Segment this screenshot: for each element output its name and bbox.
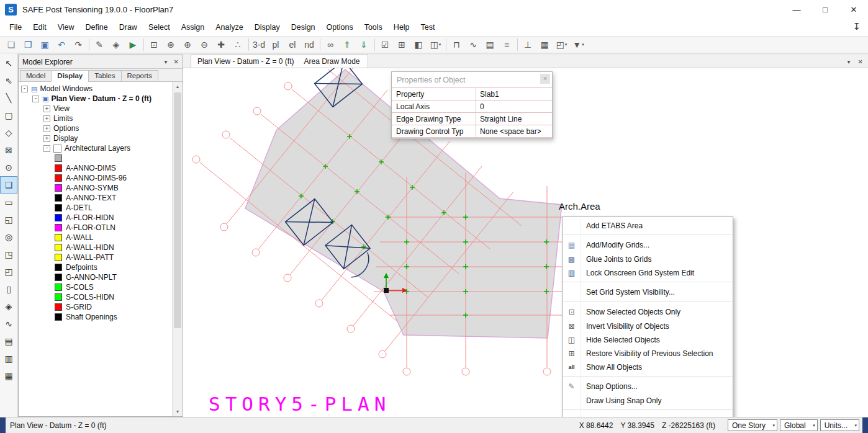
menu-glue-joints-to-grids[interactable]: ▩ Glue Joints to Grids [563,252,733,266]
view-3d-icon[interactable]: 3-d [251,37,268,52]
named-display-icon[interactable]: nd [301,37,318,52]
poly-select-icon[interactable]: ◇ [1,125,17,141]
menu-graphics-preferences[interactable]: ❖ Graphics Preferences... [563,409,733,417]
draw-column-icon[interactable]: ◈ [1,298,17,315]
restore-full-view-icon[interactable]: ⊛ [163,37,179,52]
menu-draw-snap-only[interactable]: Draw Using Snap Only [563,394,733,408]
tree-item[interactable]: A-ANNO-DIMS [19,163,172,173]
tree-expand-icon[interactable]: + [43,115,50,122]
draw-point-icon[interactable]: ⊙ [1,159,17,176]
menu-restore-visibility[interactable]: ⊞ Restore Visibility of Previous Selecti… [563,347,733,360]
pan-icon[interactable]: ✚ [213,37,230,52]
menu-lock-grid-edit[interactable]: ▥ Lock Onscreen Grid System Edit [563,266,733,280]
explorer-scrollbar[interactable]: ▲ ▼ [172,82,183,416]
menu-add-etabs-area[interactable]: Add ETABS Area [563,219,733,233]
layer-color-swatch[interactable] [55,264,62,271]
draw-polyline-icon[interactable]: ⊓ [448,37,465,52]
open-model-icon[interactable]: ❒ [20,37,37,52]
tree-item[interactable]: A-FLOR-OTLN [19,223,172,233]
explorer-tab[interactable]: Tables [88,70,121,81]
menubar-item[interactable]: Select [143,20,176,35]
rubber-band-zoom-icon[interactable]: ⊡ [146,37,163,52]
close-button[interactable]: ✕ [839,0,868,19]
tree-item[interactable] [19,153,172,163]
tree-item[interactable]: G-ANNO-NPLT [19,272,172,282]
tree-expand-icon[interactable]: + [43,125,50,132]
zoom-in-icon[interactable]: ⊕ [179,37,196,52]
tree-item[interactable]: A-ANNO-TEXT [19,193,172,203]
menu-show-all[interactable]: all Show All Objects [563,360,733,374]
tree-item[interactable]: + Display [19,133,172,143]
tree-item[interactable]: S-COLS [19,282,172,292]
popup-close-icon[interactable]: ✕ [540,74,550,84]
layer-color-swatch[interactable] [55,194,62,202]
layer-color-swatch[interactable] [55,174,62,182]
menubar-item[interactable]: Draw [114,20,143,35]
plan-view-icon[interactable]: pl [268,37,284,52]
zoom-out-icon[interactable]: ⊖ [196,37,213,52]
tree-item[interactable]: A-FLOR-HIDN [19,213,172,223]
tree-item[interactable]: A-ANNO-SYMB [19,183,172,193]
draw-pen-icon[interactable]: ✎ [91,37,108,52]
draw-area-icon[interactable]: ❏ [1,177,17,193]
filter-views-combo-icon[interactable]: ▼ ▾ [570,37,587,52]
menubar-item[interactable]: Edit [27,20,52,35]
tree-item[interactable]: - ▤ Model Windows [19,84,172,94]
menu-add-modify-grids[interactable]: ▦ Add/Modify Grids... [563,234,733,252]
viewport-close-icon[interactable]: ✕ [858,58,863,65]
run-analysis-icon[interactable]: ▶ [125,37,142,52]
menu-grid-visibility[interactable]: Set Grid System Visibility... [563,282,733,300]
scrollbar-thumb[interactable] [174,92,181,328]
snap-dots-icon[interactable]: ∴ [230,37,246,52]
layer-color-swatch[interactable] [55,234,62,241]
menubar-item[interactable]: Help [388,20,415,35]
scroll-up-icon[interactable]: ▲ [173,82,183,91]
down-one-story-icon[interactable]: ⇓ [356,37,373,52]
layer-color-swatch[interactable] [55,204,62,212]
tree-item[interactable]: A-WALL [19,233,172,243]
property-value[interactable]: Straight Line [476,115,552,123]
menu-show-selected-only[interactable]: ⊡ Show Selected Objects Only [563,301,733,319]
undo-icon[interactable]: ↶ [53,37,70,52]
new-model-icon[interactable]: ❏ [3,37,20,52]
tree-item[interactable]: + View [19,104,172,114]
dimension-icon[interactable]: ≡ [499,37,515,52]
save-model-icon[interactable]: ▣ [37,37,53,52]
menubar-item[interactable]: Analyze [210,20,248,35]
draw-circular-area-icon[interactable]: ◎ [1,229,17,245]
layer-color-swatch[interactable] [55,214,62,221]
draw-tendon-icon[interactable]: ∿ [465,37,482,52]
toolbar-button[interactable] [87,38,91,51]
toolbar-button[interactable] [318,38,322,51]
property-row[interactable]: Edge Drawing Type Straight Line [392,113,552,125]
story-select[interactable]: One Story ▾ [728,419,777,431]
property-value[interactable]: Slab1 [476,90,552,99]
tree-item[interactable]: + Limits [19,114,172,123]
draw-wall-icon[interactable]: ◳ [1,246,17,262]
object-toggle-icon[interactable]: ◧ [410,37,427,52]
tree-item[interactable]: - ▣ Plan View - Datum - Z = 0 (ft) [19,94,172,104]
layer-color-swatch[interactable] [55,274,62,281]
layer-checkbox[interactable] [53,145,61,153]
menubar-item[interactable]: Test [415,20,441,35]
panel-menu-icon[interactable]: ▾ [165,58,168,65]
layer-color-swatch[interactable] [55,154,62,162]
reshape-object-icon[interactable]: ⇖ [1,73,17,89]
intersecting-select-icon[interactable]: ⊠ [1,142,17,158]
quick-draw-area-icon[interactable]: ◱ [1,212,17,228]
select-object-icon[interactable]: ↖ [1,55,17,71]
tree-expand-icon[interactable]: - [32,96,39,102]
panel-close-icon[interactable]: ✕ [174,58,179,65]
draw-line-icon[interactable]: ╲ [1,90,17,106]
redo-icon[interactable]: ↷ [70,37,87,52]
mesh-options-icon[interactable]: ▦ [536,37,553,52]
tree-item[interactable]: A-ANNO-DIMS-96 [19,173,172,183]
draw-opening-icon[interactable]: ▯ [1,281,17,297]
tree-item[interactable]: A-WALL-HIDN [19,243,172,252]
export-icon[interactable]: ↧ [852,21,861,32]
lock-model-icon[interactable]: ◈ [108,37,125,52]
elevation-view-icon[interactable]: el [284,37,301,52]
viewport-menu-icon[interactable]: ▾ [848,58,851,65]
tree-expand-icon[interactable]: + [43,105,50,112]
tree-item[interactable]: S-GRID [19,302,172,312]
